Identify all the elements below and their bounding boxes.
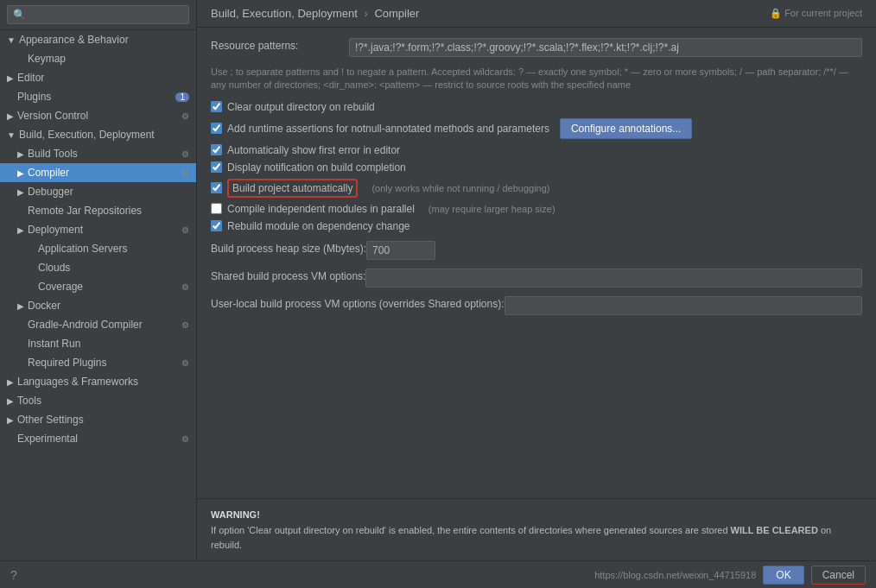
sidebar-item-compiler[interactable]: ▶Compiler⚙ [0,163,196,182]
checkbox-label-auto-show-error: Automatically show first error in editor [227,144,400,156]
sidebar-item-experimental[interactable]: ▶Experimental⚙ [0,429,196,448]
sidebar-item-app-servers[interactable]: ▶Application Servers [0,239,196,258]
content-body: Resource patterns: Use ; to separate pat… [197,28,876,498]
warning-title: WARNING! [211,508,862,522]
checkbox-label-rebuild-module: Rebuild module on dependency change [227,220,410,232]
sidebar-badge-plugins: 1 [175,92,189,102]
shared-vm-input[interactable] [365,269,862,288]
sidebar-arrow-build-execution: ▼ [7,130,16,140]
search-input[interactable] [7,5,189,24]
sidebar-item-instant-run[interactable]: ▶Instant Run [0,334,196,353]
sidebar-item-languages[interactable]: ▶Languages & Frameworks [0,372,196,391]
side-note-compile-parallel: (may require larger heap size) [428,204,555,214]
breadcrumb: Build, Execution, Deployment › Compiler [211,7,419,20]
help-button[interactable]: ? [10,568,17,582]
sidebar-label-gradle-android: Gradle-Android Compiler [28,319,178,331]
sidebar-item-appearance[interactable]: ▼Appearance & Behavior [0,30,196,49]
checkbox-label-add-runtime: Add runtime assertions for notnull-annot… [227,123,549,135]
content-header: Build, Execution, Deployment › Compiler … [197,0,876,28]
configure-annotations-button[interactable]: Configure annotations... [560,118,692,139]
cancel-button[interactable]: Cancel [811,566,866,585]
sidebar-arrow-docker: ▶ [17,301,24,311]
checkbox-add-runtime[interactable] [211,123,222,134]
checkboxes-container: Clear output directory on rebuildAdd run… [211,101,862,232]
resource-patterns-row: Resource patterns: [211,38,862,57]
sidebar-item-coverage[interactable]: ▶Coverage⚙ [0,277,196,296]
sidebar-label-clouds: Clouds [38,262,189,274]
sidebar-item-remote-jar[interactable]: ▶Remote Jar Repositories [0,201,196,220]
breadcrumb-part1: Build, Execution, Deployment [211,7,358,20]
sidebar-item-other-settings[interactable]: ▶Other Settings [0,410,196,429]
sidebar-item-debugger[interactable]: ▶Debugger [0,182,196,201]
main-layout: ▼Appearance & Behavior▶Keymap▶Editor▶Plu… [0,0,876,560]
sidebar-item-docker[interactable]: ▶Docker [0,296,196,315]
checkbox-compile-parallel[interactable] [211,203,222,214]
sidebar-item-plugins[interactable]: ▶Plugins1 [0,87,196,106]
sidebar-item-tools[interactable]: ▶Tools [0,391,196,410]
user-local-vm-input[interactable] [505,296,863,315]
checkbox-build-auto[interactable] [211,182,222,193]
sidebar-label-languages: Languages & Frameworks [17,376,189,388]
sidebar-arrow-debugger: ▶ [17,187,24,197]
warning-box: WARNING! If option 'Clear output directo… [197,498,876,561]
shared-vm-label: Shared build process VM options: [211,269,365,282]
url-text: https://blog.csdn.net/weixin_44715918 [594,570,756,580]
sidebar-items-container: ▼Appearance & Behavior▶Keymap▶Editor▶Plu… [0,30,196,448]
for-current-project: 🔒 For current project [770,8,862,19]
sidebar-icon-version-control: ⚙ [181,111,189,121]
resource-hint: Use ; to separate patterns and ! to nega… [211,66,862,92]
sidebar-item-build-tools[interactable]: ▶Build Tools⚙ [0,144,196,163]
sidebar-label-deployment: Deployment [28,224,178,236]
sidebar-label-remote-jar: Remote Jar Repositories [28,205,189,217]
checkbox-row-clear-output: Clear output directory on rebuild [211,101,862,113]
sidebar-icon-experimental: ⚙ [181,434,189,444]
heap-size-input[interactable] [366,241,435,260]
sidebar-arrow-languages: ▶ [7,377,14,387]
sidebar-icon-gradle-android: ⚙ [181,320,189,330]
sidebar-item-editor[interactable]: ▶Editor [0,68,196,87]
user-local-vm-row: User-local build process VM options (ove… [211,296,862,315]
sidebar-arrow-version-control: ▶ [7,111,14,121]
sidebar-label-debugger: Debugger [28,186,189,198]
sidebar-arrow-tools: ▶ [7,396,14,406]
sidebar-item-clouds[interactable]: ▶Clouds [0,258,196,277]
sidebar-icon-required-plugins: ⚙ [181,358,189,368]
sidebar-label-experimental: Experimental [17,433,178,445]
sidebar-label-appearance: Appearance & Behavior [19,34,189,46]
resource-patterns-control [349,38,862,57]
sidebar-icon-build-tools: ⚙ [181,149,189,159]
checkbox-row-rebuild-module: Rebuild module on dependency change [211,220,862,232]
checkbox-rebuild-module[interactable] [211,220,222,231]
checkbox-row-compile-parallel: Compile independent modules in parallel(… [211,203,862,215]
checkbox-auto-show-error[interactable] [211,144,222,155]
sidebar-label-instant-run: Instant Run [28,338,189,350]
resource-patterns-input[interactable] [349,38,862,57]
sidebar-arrow-other-settings: ▶ [7,415,14,425]
user-local-vm-control [505,296,863,315]
checkbox-label-build-auto: Build project automatically [232,182,352,194]
shared-vm-control [365,269,862,288]
sidebar-item-required-plugins[interactable]: ▶Required Plugins⚙ [0,353,196,372]
sidebar: ▼Appearance & Behavior▶Keymap▶Editor▶Plu… [0,0,197,560]
sidebar-item-deployment[interactable]: ▶Deployment⚙ [0,220,196,239]
breadcrumb-separator: › [364,7,367,20]
warning-text: If option 'Clear output directory on reb… [211,523,862,552]
sidebar-label-required-plugins: Required Plugins [28,357,178,369]
checkbox-label-compile-parallel: Compile independent modules in parallel [227,203,415,215]
sidebar-label-other-settings: Other Settings [17,414,189,426]
checkbox-display-notification[interactable] [211,161,222,173]
sidebar-label-docker: Docker [28,300,189,312]
sidebar-arrow-appearance: ▼ [7,35,16,45]
sidebar-label-build-tools: Build Tools [28,148,178,160]
sidebar-item-keymap[interactable]: ▶Keymap [0,49,196,68]
sidebar-item-build-execution[interactable]: ▼Build, Execution, Deployment [0,125,196,144]
checkbox-clear-output[interactable] [211,101,222,112]
sidebar-arrow-compiler: ▶ [17,168,24,178]
sidebar-arrow-editor: ▶ [7,73,14,83]
ok-button[interactable]: OK [763,566,803,585]
checkbox-label-clear-output: Clear output directory on rebuild [227,101,375,113]
sidebar-item-version-control[interactable]: ▶Version Control⚙ [0,106,196,125]
checkbox-label-display-notification: Display notification on build completion [227,161,406,174]
search-box[interactable] [0,0,196,30]
sidebar-item-gradle-android[interactable]: ▶Gradle-Android Compiler⚙ [0,315,196,334]
